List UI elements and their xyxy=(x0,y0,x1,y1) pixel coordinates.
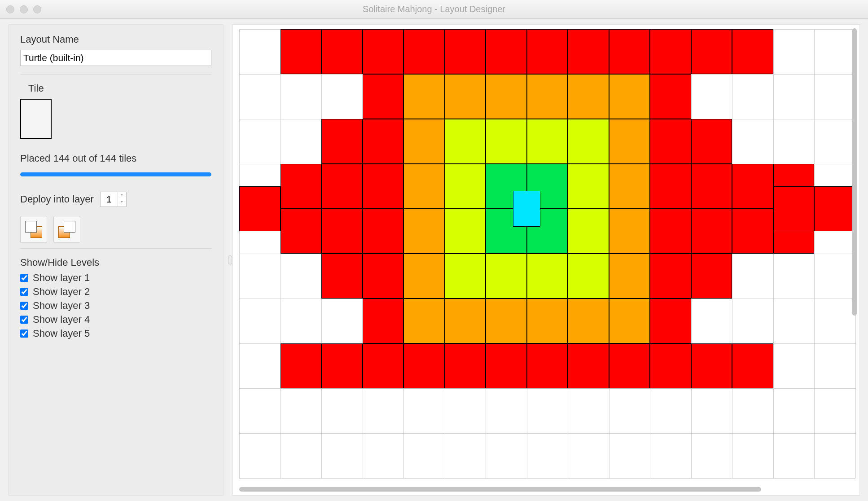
tile-layer-1[interactable] xyxy=(650,74,691,119)
tile-layer-1[interactable] xyxy=(321,119,363,164)
tile-layer-3[interactable] xyxy=(527,119,568,164)
layer-visibility-row[interactable]: Show layer 2 xyxy=(20,286,211,298)
tile-layer-2[interactable] xyxy=(403,119,445,164)
tile-layer-3[interactable] xyxy=(486,254,527,299)
tile-layer-1[interactable] xyxy=(281,343,322,388)
zoom-window-icon[interactable] xyxy=(33,5,41,13)
tile-layer-1[interactable] xyxy=(239,186,281,231)
layer-visibility-row[interactable]: Show layer 3 xyxy=(20,300,211,312)
tile-layer-1[interactable] xyxy=(650,29,691,74)
tile-layer-1[interactable] xyxy=(363,119,404,164)
tile-layer-1[interactable] xyxy=(363,164,404,209)
minimize-window-icon[interactable] xyxy=(20,5,28,13)
deploy-layer-stepper[interactable]: ˄ ˅ xyxy=(100,192,127,207)
tile-layer-1[interactable] xyxy=(527,343,568,388)
tile-layer-1[interactable] xyxy=(403,343,445,388)
tile-layer-5[interactable] xyxy=(513,191,540,227)
layer-visibility-checkbox[interactable] xyxy=(20,330,28,338)
tile-layer-1[interactable] xyxy=(732,343,773,388)
tile-layer-1[interactable] xyxy=(363,343,404,388)
tile-layer-1[interactable] xyxy=(732,29,773,74)
tile-layer-2[interactable] xyxy=(445,74,486,119)
vertical-scrollbar[interactable] xyxy=(851,28,858,477)
tile-layer-1[interactable] xyxy=(691,119,732,164)
tile-layer-2[interactable] xyxy=(403,209,445,254)
tile-layer-2[interactable] xyxy=(609,209,650,254)
tile-layer-1[interactable] xyxy=(321,164,363,209)
tile-layer-2[interactable] xyxy=(403,74,445,119)
stepper-down-icon[interactable]: ˅ xyxy=(118,199,126,207)
tile-layer-1[interactable] xyxy=(814,186,855,231)
tile-layer-1[interactable] xyxy=(363,254,404,299)
tile-layer-2[interactable] xyxy=(403,299,445,343)
tile-layer-1[interactable] xyxy=(650,254,691,299)
stepper-up-icon[interactable]: ˄ xyxy=(118,192,126,199)
tile-layer-3[interactable] xyxy=(445,254,486,299)
close-window-icon[interactable] xyxy=(6,5,14,13)
tile-layer-2[interactable] xyxy=(527,74,568,119)
tile-layer-1[interactable] xyxy=(321,29,363,74)
tile-layer-1[interactable] xyxy=(321,209,363,254)
layer-visibility-checkbox[interactable] xyxy=(20,302,28,310)
tile-layer-1[interactable] xyxy=(773,186,815,231)
tile-layer-1[interactable] xyxy=(691,254,732,299)
tile-layer-1[interactable] xyxy=(691,209,732,254)
horizontal-scrollbar[interactable] xyxy=(239,486,846,492)
splitter-handle[interactable] xyxy=(227,19,232,501)
tile-layer-1[interactable] xyxy=(363,29,404,74)
tile-layer-3[interactable] xyxy=(527,254,568,299)
tile-layer-1[interactable] xyxy=(691,29,732,74)
tile-preview[interactable] xyxy=(20,99,52,139)
tile-layer-1[interactable] xyxy=(691,343,732,388)
tile-layer-2[interactable] xyxy=(609,299,650,343)
deploy-layer-input[interactable] xyxy=(101,192,118,207)
tile-layer-2[interactable] xyxy=(445,299,486,343)
send-backward-button[interactable] xyxy=(53,216,80,243)
layer-visibility-row[interactable]: Show layer 1 xyxy=(20,272,211,284)
tile-layer-1[interactable] xyxy=(650,119,691,164)
tile-layer-3[interactable] xyxy=(568,254,609,299)
tile-layer-1[interactable] xyxy=(403,29,445,74)
tile-layer-1[interactable] xyxy=(486,29,527,74)
tile-layer-2[interactable] xyxy=(486,74,527,119)
tile-layer-1[interactable] xyxy=(650,209,691,254)
tile-layer-1[interactable] xyxy=(527,29,568,74)
tile-layer-1[interactable] xyxy=(732,164,773,209)
vertical-scroll-thumb[interactable] xyxy=(852,28,857,316)
tile-layer-3[interactable] xyxy=(568,119,609,164)
tile-layer-1[interactable] xyxy=(363,299,404,343)
tile-layer-1[interactable] xyxy=(650,343,691,388)
layer-visibility-checkbox[interactable] xyxy=(20,274,28,282)
tile-layer-1[interactable] xyxy=(609,29,650,74)
tile-layer-3[interactable] xyxy=(568,164,609,209)
tile-layer-2[interactable] xyxy=(609,164,650,209)
layer-visibility-checkbox[interactable] xyxy=(20,316,28,324)
tile-layer-1[interactable] xyxy=(445,343,486,388)
tile-layer-2[interactable] xyxy=(568,74,609,119)
tile-layer-2[interactable] xyxy=(403,254,445,299)
tile-layer-2[interactable] xyxy=(609,74,650,119)
horizontal-scroll-thumb[interactable] xyxy=(239,487,761,492)
tile-layer-1[interactable] xyxy=(281,209,322,254)
tile-layer-1[interactable] xyxy=(281,29,322,74)
tile-layer-1[interactable] xyxy=(445,29,486,74)
tile-layer-2[interactable] xyxy=(609,119,650,164)
tile-layer-2[interactable] xyxy=(568,299,609,343)
layout-name-input[interactable] xyxy=(20,50,211,66)
tile-layer-1[interactable] xyxy=(281,164,322,209)
tile-layer-1[interactable] xyxy=(732,209,773,254)
tile-layer-1[interactable] xyxy=(691,164,732,209)
tile-layer-1[interactable] xyxy=(321,254,363,299)
tile-layer-2[interactable] xyxy=(609,254,650,299)
bring-forward-button[interactable] xyxy=(20,216,47,243)
layer-visibility-row[interactable]: Show layer 5 xyxy=(20,328,211,339)
tile-layer-1[interactable] xyxy=(363,74,404,119)
tile-layer-2[interactable] xyxy=(486,299,527,343)
tile-layer-1[interactable] xyxy=(363,209,404,254)
tile-layer-3[interactable] xyxy=(568,209,609,254)
tile-layer-3[interactable] xyxy=(445,119,486,164)
tile-layer-1[interactable] xyxy=(486,343,527,388)
tile-layer-2[interactable] xyxy=(403,164,445,209)
tile-layer-1[interactable] xyxy=(609,343,650,388)
tile-layer-3[interactable] xyxy=(445,209,486,254)
